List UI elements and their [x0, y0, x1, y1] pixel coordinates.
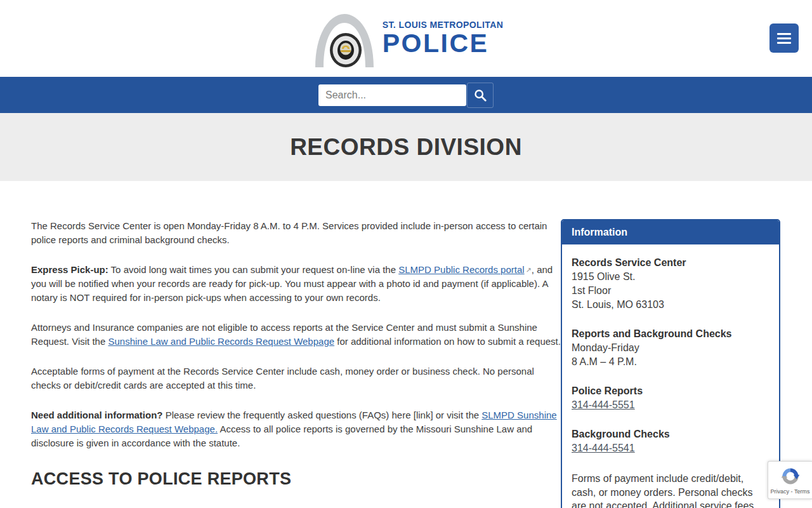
sidebar-group: Police Reports314-444-5551	[572, 384, 769, 412]
paragraph: Need additional information? Please revi…	[31, 408, 561, 450]
info-sidebar: Information Records Service Center1915 O…	[561, 219, 780, 508]
paragraph-text: To avoid long wait times you can submit …	[108, 264, 398, 275]
phone-link[interactable]: 314-444-5551	[572, 398, 635, 412]
hamburger-icon	[777, 42, 791, 44]
recaptcha-logo-icon	[780, 466, 801, 486]
sidebar-line: Monday-Friday	[572, 341, 769, 355]
sidebar-line: 314-444-5551	[572, 398, 769, 412]
logo-text-line1: ST. LOUIS METROPOLITAN	[383, 20, 504, 29]
recaptcha-privacy-terms: Privacy - Terms	[771, 488, 810, 495]
sidebar-line: 8 A.M – 4 P.M.	[572, 355, 769, 369]
search-bar	[318, 83, 494, 108]
paragraph: Attorneys and Insurance companies are no…	[31, 321, 561, 349]
site-header: ST. LOUIS METROPOLITAN POLICE	[0, 0, 812, 77]
sidebar-body: Records Service Center1915 Olive St.1st …	[562, 244, 779, 508]
phone-link[interactable]: 314-444-5541	[572, 441, 635, 455]
sidebar-group: Reports and Background ChecksMonday-Frid…	[572, 327, 769, 369]
bold-text: Need additional information?	[31, 410, 163, 420]
sidebar-group-title: Records Service Center	[572, 256, 769, 270]
recaptcha-separator: -	[789, 488, 794, 495]
sidebar-group-title: Background Checks	[572, 427, 769, 441]
page-title: RECORDS DIVISION	[290, 134, 522, 161]
information-box: Information Records Service Center1915 O…	[561, 219, 780, 508]
paragraph: Acceptable forms of payment at the Recor…	[31, 364, 561, 392]
main-content: The Records Service Center is open Monda…	[31, 219, 561, 508]
search-icon	[473, 88, 487, 102]
sidebar-group: Background Checks314-444-5541	[572, 427, 769, 455]
content-area: The Records Service Center is open Monda…	[0, 181, 812, 508]
search-input[interactable]	[318, 84, 466, 106]
sidebar-group: Records Service Center1915 Olive St.1st …	[572, 256, 769, 312]
bold-text: Express Pick-up:	[31, 264, 108, 275]
sidebar-group-title: Reports and Background Checks	[572, 327, 769, 341]
paragraph-text: Acceptable forms of payment at the Recor…	[31, 366, 534, 391]
paragraph-text: Please review the frequently asked quest…	[163, 410, 482, 420]
site-logo[interactable]: ST. LOUIS METROPOLITAN POLICE	[309, 10, 504, 67]
sidebar-line: 314-444-5541	[572, 441, 769, 455]
section-heading: ACCESS TO POLICE REPORTS	[31, 469, 561, 489]
recaptcha-privacy-link[interactable]: Privacy	[771, 488, 790, 495]
sidebar-title: Information	[562, 220, 779, 244]
inline-link[interactable]: Sunshine Law and Public Records Request …	[108, 336, 334, 347]
paragraph-text: for additional information on how to sub…	[334, 336, 561, 347]
logo-text-line2: POLICE	[383, 30, 504, 57]
recaptcha-terms-link[interactable]: Terms	[794, 488, 810, 495]
sidebar-note: Forms of payment include credit/debit, c…	[572, 472, 769, 508]
paragraphs: The Records Service Center is open Monda…	[31, 219, 561, 450]
search-nav-bar	[0, 77, 812, 113]
external-link-icon: ↗	[526, 266, 532, 274]
hamburger-icon	[777, 37, 791, 39]
sidebar-line: 1st Floor	[572, 284, 769, 298]
hamburger-menu-button[interactable]	[769, 23, 799, 53]
sidebar-group-title: Police Reports	[572, 384, 769, 398]
hamburger-icon	[777, 33, 791, 35]
search-button[interactable]	[467, 83, 494, 108]
arch-badge-logo-icon	[309, 10, 380, 67]
recaptcha-badge[interactable]: Privacy - Terms	[768, 461, 812, 499]
sidebar-line: St. Louis, MO 63103	[572, 298, 769, 312]
sidebar-line: 1915 Olive St.	[572, 270, 769, 284]
paragraph-text: The Records Service Center is open Monda…	[31, 220, 547, 245]
inline-link[interactable]: SLMPD Public Records portal	[398, 264, 524, 275]
paragraph: The Records Service Center is open Monda…	[31, 219, 561, 247]
paragraph: Express Pick-up: To avoid long wait time…	[31, 263, 561, 305]
page-banner: RECORDS DIVISION	[0, 113, 812, 181]
